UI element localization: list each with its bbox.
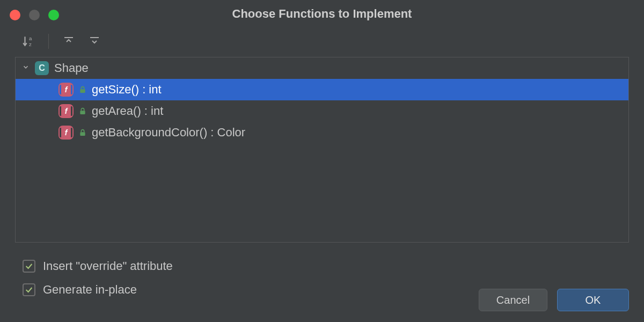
- tree-function-row[interactable]: f getSize() : int: [16, 79, 628, 100]
- collapse-all-button[interactable]: [86, 33, 103, 49]
- function-icon: f: [58, 83, 74, 97]
- svg-rect-4: [80, 89, 85, 93]
- protected-lock-icon: [78, 128, 87, 137]
- function-signature: getArea() : int: [92, 104, 163, 118]
- close-window-button[interactable]: [10, 10, 20, 20]
- class-icon: C: [35, 61, 49, 75]
- insert-override-label: Insert "override" attribute: [43, 259, 173, 273]
- minimize-window-button: [29, 10, 40, 20]
- function-signature: getSize() : int: [92, 83, 162, 97]
- generate-in-place-label: Generate in-place: [43, 283, 137, 297]
- toolbar: a z: [0, 28, 644, 55]
- zoom-window-button[interactable]: [48, 10, 59, 20]
- chevron-down-icon[interactable]: [20, 63, 32, 73]
- function-icon: f: [58, 126, 74, 140]
- tree-function-row[interactable]: f getBackgroundColor() : Color: [16, 122, 628, 143]
- expand-all-button[interactable]: [61, 33, 77, 49]
- tree-class-row[interactable]: C Shape: [16, 57, 628, 79]
- dialog-footer: Cancel OK: [479, 289, 629, 311]
- checkbox-icon: [23, 283, 35, 296]
- functions-tree[interactable]: C Shape f getSize() : int f getArea() : …: [15, 57, 629, 243]
- svg-text:z: z: [29, 41, 32, 47]
- tree-function-row[interactable]: f getArea() : int: [16, 100, 628, 122]
- protected-lock-icon: [78, 106, 87, 116]
- sort-alphabetically-button[interactable]: a z: [20, 33, 36, 49]
- protected-lock-icon: [78, 85, 87, 94]
- dialog-title: Choose Functions to Implement: [0, 7, 644, 21]
- ok-button[interactable]: OK: [557, 289, 629, 311]
- svg-rect-5: [80, 111, 85, 114]
- svg-rect-6: [80, 132, 85, 136]
- svg-text:a: a: [29, 35, 32, 41]
- toolbar-separator: [48, 34, 49, 49]
- function-signature: getBackgroundColor() : Color: [92, 126, 245, 140]
- checkbox-icon: [23, 260, 35, 273]
- insert-override-checkbox[interactable]: Insert "override" attribute: [23, 254, 621, 278]
- function-icon: f: [58, 104, 74, 118]
- titlebar: Choose Functions to Implement: [0, 0, 644, 28]
- cancel-button[interactable]: Cancel: [479, 289, 547, 311]
- window-controls: [10, 10, 59, 20]
- class-name-label: Shape: [54, 61, 89, 75]
